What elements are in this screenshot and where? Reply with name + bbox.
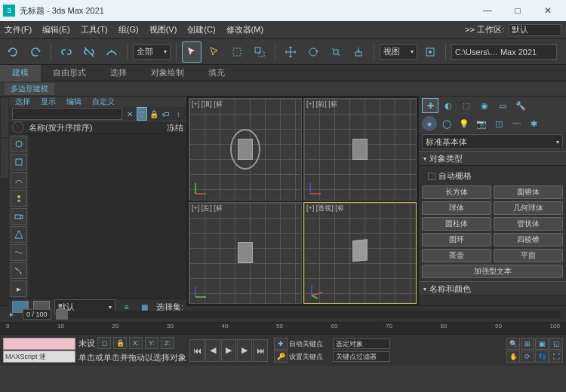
rollout-name-color[interactable]: 名称和颜色 xyxy=(419,281,566,296)
filter-shape-icon[interactable] xyxy=(11,172,27,188)
filter-bone-icon[interactable] xyxy=(11,262,27,279)
filter-camera-icon[interactable] xyxy=(11,208,27,225)
unlink-button[interactable] xyxy=(79,41,99,63)
rotate-button[interactable] xyxy=(303,41,323,63)
zoom-all-button[interactable]: ⊞ xyxy=(521,338,534,350)
walk-button[interactable]: 👣 xyxy=(535,351,549,363)
dock-tab[interactable] xyxy=(1,98,8,137)
scene-tab-custom[interactable]: 自定义 xyxy=(92,96,115,107)
menu-group[interactable]: 组(G) xyxy=(118,24,139,35)
maximize-viewport-button[interactable]: ⛶ xyxy=(549,351,563,363)
scene-list[interactable] xyxy=(29,134,186,299)
viewport-perspective[interactable]: [+] [透视] [标 xyxy=(303,202,417,305)
torus-button[interactable]: 圆环 xyxy=(422,233,491,247)
modify-tab[interactable]: ◐ xyxy=(440,98,457,113)
ref-coord-dropdown[interactable]: 视图 xyxy=(380,44,417,60)
place-button[interactable] xyxy=(349,41,368,63)
link-button[interactable] xyxy=(57,41,76,63)
viewport-label[interactable]: [+] [前] [标 xyxy=(306,100,337,109)
isolate-icon[interactable]: ◻ xyxy=(97,337,111,349)
menu-view[interactable]: 视图(V) xyxy=(149,24,177,35)
scene-tab-select[interactable]: 选择 xyxy=(15,96,30,107)
shapes-icon[interactable]: ◯ xyxy=(439,116,454,131)
xyz-icon[interactable]: Z: xyxy=(161,337,174,349)
select-name-button[interactable] xyxy=(205,41,224,63)
cylinder-button[interactable]: 圆柱体 xyxy=(422,217,491,231)
project-path[interactable]: C:\Users\… Max 2021 xyxy=(451,44,557,60)
ribbon-tab-populate[interactable]: 填充 xyxy=(196,65,237,81)
cone-button[interactable]: 圆锥体 xyxy=(494,185,563,199)
move-button[interactable] xyxy=(281,41,300,63)
play-button[interactable]: ▶ xyxy=(221,339,236,362)
rollout-object-type[interactable]: 对象类型 xyxy=(419,151,566,166)
filter-geometry-icon[interactable] xyxy=(11,154,27,170)
selection-scope-dropdown[interactable]: 全部 xyxy=(133,44,171,60)
pyramid-button[interactable]: 四棱锥 xyxy=(494,233,563,247)
goto-start-button[interactable]: ⏮ xyxy=(189,339,205,362)
hierarchy-tab[interactable]: ⬚ xyxy=(458,98,475,113)
tube-button[interactable]: 管状体 xyxy=(494,217,563,231)
rect-select-button[interactable] xyxy=(227,41,247,63)
menu-create[interactable]: 创建(C) xyxy=(187,24,215,35)
menu-modifier[interactable]: 修改器(M) xyxy=(226,24,264,35)
keymode-dropdown[interactable]: 选定对象 xyxy=(333,338,390,349)
tag-icon[interactable]: 🏷 xyxy=(161,107,171,121)
maxscript-listener[interactable]: MAXScript 迷 xyxy=(3,351,75,363)
autokey-toggle[interactable]: ✚ xyxy=(274,338,288,350)
workzone-input[interactable] xyxy=(509,24,561,36)
motion-tab[interactable]: ◉ xyxy=(476,98,493,113)
column-name[interactable]: 名称(按升序排序) xyxy=(29,122,92,133)
scene-search-input[interactable] xyxy=(12,108,122,120)
xyz-icon[interactable]: X: xyxy=(129,337,143,349)
close-button[interactable]: ✕ xyxy=(533,0,563,21)
autogrid-checkbox[interactable] xyxy=(428,173,435,180)
scale-button[interactable] xyxy=(326,41,346,63)
dock-tab[interactable] xyxy=(1,139,8,178)
pan-button[interactable]: ✋ xyxy=(506,351,520,363)
filter-button[interactable]: ▽ xyxy=(137,107,147,121)
prev-frame-button[interactable]: ◀ xyxy=(205,339,220,362)
lock-select-icon[interactable]: 🔒 xyxy=(113,337,127,349)
time-track[interactable] xyxy=(56,311,561,318)
bind-button[interactable] xyxy=(102,41,122,63)
viewport-left[interactable]: [+] [左] [标 xyxy=(189,202,302,305)
column-freeze[interactable]: 冻结 xyxy=(167,122,183,133)
time-thumb[interactable] xyxy=(56,309,68,320)
ribbon-tab-selection[interactable]: 选择 xyxy=(98,65,139,81)
zoom-extents-button[interactable]: ▣ xyxy=(535,338,549,350)
undo-button[interactable] xyxy=(3,41,23,63)
filter-all-icon[interactable] xyxy=(11,136,27,152)
spacewarps-icon[interactable]: 〰 xyxy=(509,116,524,131)
visibility-icon[interactable] xyxy=(12,121,24,133)
scene-tab-display[interactable]: 显示 xyxy=(41,96,56,107)
create-tab[interactable]: ✚ xyxy=(422,98,438,113)
poly-modeling-tab[interactable]: 多边形建模 xyxy=(5,83,54,95)
viewport-label[interactable]: [+] [顶] [标 xyxy=(192,100,223,109)
sphere-button[interactable]: 球体 xyxy=(422,201,491,215)
viewport-label[interactable]: [+] [左] [标 xyxy=(192,204,223,213)
viewport-top[interactable]: [+] [顶] [标 xyxy=(189,98,302,201)
keyfilter-dropdown[interactable]: 关键点过滤器 xyxy=(333,351,390,362)
teapot-button[interactable]: 茶壶 xyxy=(422,249,491,262)
zoom-button[interactable]: 🔍 xyxy=(506,338,520,350)
ribbon-tab-freeform[interactable]: 自由形式 xyxy=(41,65,98,81)
viewport-front[interactable]: [+] [前] [标 xyxy=(303,98,417,201)
maximize-button[interactable]: □ xyxy=(503,0,533,21)
scene-tab-edit[interactable]: 编辑 xyxy=(66,96,82,107)
timeline-ruler[interactable]: 0102030405060708090100 xyxy=(0,322,566,334)
ribbon-tab-modeling[interactable]: 建模 xyxy=(0,65,41,81)
sort-icon[interactable]: ↕ xyxy=(174,107,183,121)
menu-file[interactable]: 文件(F) xyxy=(5,24,32,35)
viewport-label[interactable]: [+] [透视] [标 xyxy=(306,204,344,213)
ribbon-tab-paint[interactable]: 对象绘制 xyxy=(139,65,196,81)
next-frame-button[interactable]: ▶ xyxy=(237,339,252,362)
display-tab[interactable]: ▭ xyxy=(494,98,511,113)
utilities-tab[interactable]: 🔧 xyxy=(512,98,529,113)
filter-expand-icon[interactable]: ▸ xyxy=(11,280,27,297)
plane-button[interactable]: 平面 xyxy=(494,249,563,262)
menu-tools[interactable]: 工具(T) xyxy=(81,24,108,35)
systems-icon[interactable]: ✱ xyxy=(526,116,541,131)
center-button[interactable] xyxy=(420,41,440,63)
menu-edit[interactable]: 编辑(E) xyxy=(42,24,70,35)
filter-light-icon[interactable] xyxy=(11,190,27,207)
